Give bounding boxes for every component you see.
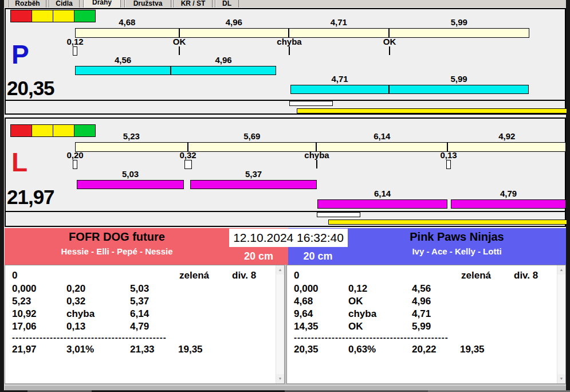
app-window: Rozběh Čidla Dráhy Družstva KR / ST DL 4… bbox=[0, 0, 570, 392]
split-time: 10,92 bbox=[12, 308, 37, 320]
division-label: div. 8 bbox=[232, 270, 256, 281]
light-yellow1-icon bbox=[32, 10, 53, 22]
scoreboard-section: FOFR DOG future Hessie - Elli - Pepé - N… bbox=[5, 228, 566, 385]
tab-label: Rozběh bbox=[15, 0, 40, 7]
run-time: 4,96 bbox=[160, 55, 287, 65]
divider-line bbox=[5, 211, 566, 212]
tab-label: DL bbox=[222, 0, 231, 7]
timestamp: 12.10.2024 16:32:40 bbox=[229, 229, 348, 247]
tab-drahy[interactable]: Dráhy bbox=[83, 0, 121, 7]
net-time: 21,33 bbox=[130, 344, 155, 355]
division-label: div. 8 bbox=[514, 270, 538, 281]
change-value: OK bbox=[348, 321, 363, 332]
sensor-tick-icon bbox=[73, 160, 77, 169]
tab-label: KR / ST bbox=[181, 0, 206, 7]
crossing-marker: 0,13 bbox=[426, 150, 471, 160]
lane-p-progress-yellow bbox=[297, 108, 567, 113]
right-results-scrollbar[interactable]: ▲ ▼ bbox=[557, 265, 565, 383]
light-status: zelená bbox=[461, 270, 491, 281]
run-time: 6,14 bbox=[306, 189, 458, 198]
lane-l-progress-yellow bbox=[328, 219, 567, 225]
tab-druzstva[interactable]: Družstva bbox=[124, 0, 171, 7]
run-time: 4,79 bbox=[440, 189, 570, 198]
sensor-tick-icon bbox=[446, 160, 451, 169]
crossing-marker: chyba bbox=[266, 37, 312, 46]
change-value: OK bbox=[348, 296, 363, 307]
crossing-marker: OK bbox=[367, 37, 412, 46]
sensor-tick-icon bbox=[289, 46, 290, 55]
split-time: 0,000 bbox=[12, 283, 37, 295]
segment-time: 5,69 bbox=[177, 131, 327, 141]
left-results-list[interactable]: 0 zelená div. 8 0,000 0,20 5,03 5,23 0,3… bbox=[5, 265, 285, 384]
ruler-segment: 4,68 bbox=[76, 29, 180, 37]
run-time: 5,99 bbox=[378, 74, 540, 84]
crossing-marker: 0,32 bbox=[165, 150, 211, 160]
window-left-edge bbox=[0, 0, 4, 392]
separator-dashes: ----------------------------------------… bbox=[294, 332, 452, 342]
status-strip bbox=[5, 385, 566, 390]
run-segment: 4,71 bbox=[291, 85, 390, 93]
split-time: 9,64 bbox=[294, 308, 313, 320]
segment-time: 6,14 bbox=[305, 131, 458, 141]
tab-cidla[interactable]: Čidla bbox=[49, 0, 80, 7]
run-segment: 4,96 bbox=[171, 66, 276, 75]
lane-p-letter: P bbox=[11, 41, 29, 68]
lane-p-panel: 4,68 4,96 4,71 5,99 0,12 OK chyba OK 4,5… bbox=[5, 8, 566, 115]
tab-kr-st[interactable]: KR / ST bbox=[174, 0, 213, 7]
run-time: 5,03 bbox=[66, 169, 195, 179]
light-status: zelená bbox=[179, 270, 209, 281]
crossing-marker: chyba bbox=[294, 150, 340, 160]
lane-p-run-bar-1: 4,56 4,96 bbox=[75, 66, 276, 75]
run-segment: 5,37 bbox=[191, 181, 316, 189]
lane-l-run-bar-2b: 4,79 bbox=[451, 199, 566, 209]
tab-bar: Rozběh Čidla Dráhy Družstva KR / ST DL bbox=[4, 0, 566, 7]
start-value: 0 bbox=[294, 270, 299, 281]
scroll-down-icon[interactable]: ▼ bbox=[276, 374, 284, 383]
light-red-icon bbox=[10, 10, 32, 22]
scroll-up-icon[interactable]: ▲ bbox=[276, 265, 284, 275]
lane-l-run-bar-2a: 6,14 bbox=[317, 199, 447, 209]
lap-time: 4,96 bbox=[412, 296, 431, 307]
split-time: 0,000 bbox=[294, 283, 319, 295]
segment-time: 5,99 bbox=[378, 17, 540, 27]
tab-rozbeh[interactable]: Rozběh bbox=[9, 0, 46, 7]
total-time: 21,97 bbox=[12, 344, 37, 355]
change-value: 0,20 bbox=[66, 283, 85, 295]
ruler-segment: 4,71 bbox=[289, 29, 390, 37]
run-segment: 5,03 bbox=[77, 181, 183, 189]
right-team-members: Ivy - Ace - Kelly - Lotti bbox=[348, 246, 566, 256]
run-segment: 6,14 bbox=[318, 200, 447, 208]
lane-l-letter: L bbox=[11, 149, 27, 175]
tab-dl[interactable]: DL bbox=[215, 0, 239, 7]
split-time: 4,68 bbox=[294, 296, 313, 307]
lap-time: 6,14 bbox=[130, 308, 149, 320]
split-time: 17,06 bbox=[12, 321, 37, 332]
reference-time: 19,35 bbox=[178, 344, 203, 355]
change-value: 0,12 bbox=[348, 283, 367, 295]
right-team-name: Pink Paws Ninjas bbox=[348, 230, 566, 244]
lap-time: 4,56 bbox=[412, 283, 431, 295]
separator-dashes: ----------------------------------------… bbox=[12, 332, 170, 342]
right-results-list[interactable]: 0 zelená div. 8 0,000 0,12 4,56 4,68 OK … bbox=[286, 265, 566, 384]
lane-l-run-bar-1a: 5,03 bbox=[77, 180, 184, 189]
scroll-down-icon[interactable]: ▼ bbox=[557, 374, 565, 383]
sensor-tick-icon bbox=[184, 160, 192, 169]
lane-p-run-bar-2: 4,71 5,99 bbox=[290, 85, 529, 94]
tab-label: Družstva bbox=[133, 0, 163, 7]
scroll-up-icon[interactable]: ▲ bbox=[557, 265, 565, 275]
sensor-tick-icon bbox=[73, 46, 77, 56]
crossing-marker: 0,12 bbox=[52, 37, 98, 46]
change-value: chyba bbox=[348, 308, 376, 320]
split-time: 14,35 bbox=[294, 321, 319, 332]
lap-time: 5,99 bbox=[412, 321, 431, 332]
lane-l-progress-white bbox=[317, 212, 360, 217]
sensor-tick-icon bbox=[179, 46, 180, 55]
run-segment: 4,79 bbox=[451, 200, 565, 208]
crossing-marker: 0,20 bbox=[52, 150, 98, 160]
left-results-scrollbar[interactable]: ▲ ▼ bbox=[276, 265, 284, 383]
segment-time: 4,92 bbox=[437, 131, 570, 141]
left-size-category: 20 cm bbox=[229, 249, 288, 263]
right-size-category: 20 cm bbox=[288, 249, 348, 263]
lap-time: 4,79 bbox=[130, 321, 149, 332]
lane-l-total-time: 21,97 bbox=[7, 187, 54, 207]
